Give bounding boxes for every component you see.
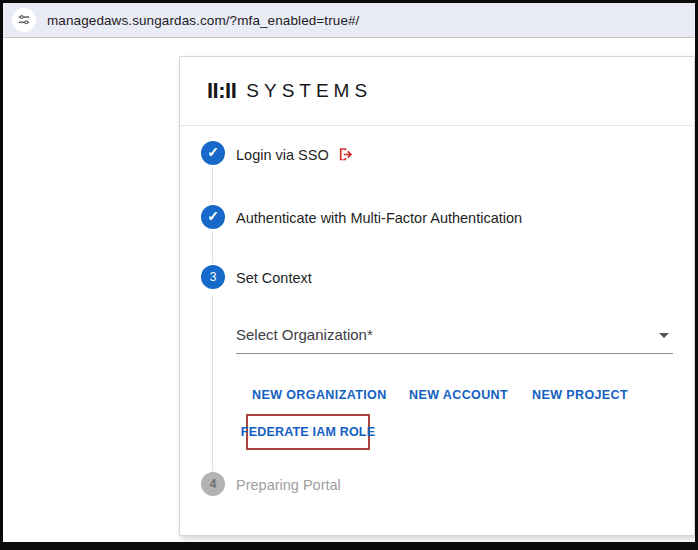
step-4-label-row: Preparing Portal — [236, 477, 341, 493]
step-connector — [212, 295, 213, 471]
brand-logo-mark: II:II — [207, 78, 236, 104]
site-settings-button[interactable] — [12, 8, 36, 32]
login-flow-card: II:II SYSTEMS ✓ Login via SSO ✓ Authenti… — [179, 56, 695, 536]
step-2-circle: ✓ — [201, 205, 225, 229]
step-4-label: Preparing Portal — [236, 477, 341, 493]
check-icon: ✓ — [207, 145, 219, 159]
step-4-circle: 4 — [201, 472, 225, 496]
logout-icon[interactable] — [337, 146, 354, 163]
organization-select[interactable]: Select Organization* — [236, 319, 673, 354]
step-1-circle: ✓ — [201, 141, 225, 165]
browser-window: managedaws.sungardas.com/?mfa_enabled=tr… — [0, 0, 698, 550]
card-header: II:II SYSTEMS — [180, 57, 694, 126]
new-account-button[interactable]: NEW ACCOUNT — [409, 388, 508, 402]
tune-icon — [17, 13, 31, 27]
step-1-label: Login via SSO — [236, 147, 329, 163]
new-project-button[interactable]: NEW PROJECT — [532, 388, 628, 402]
step-3-label: Set Context — [236, 270, 312, 286]
step-1-label-row: Login via SSO — [236, 146, 354, 163]
step-3-circle: 3 — [201, 265, 225, 289]
step-3-number: 3 — [210, 270, 217, 284]
organization-select-label: Select Organization* — [236, 326, 373, 343]
step-connector — [212, 167, 213, 203]
step-2-label-row: Authenticate with Multi-Factor Authentic… — [236, 210, 522, 226]
chevron-down-icon — [659, 333, 669, 338]
step-4-number: 4 — [210, 477, 217, 491]
federate-iam-role-button[interactable]: FEDERATE IAM ROLE — [246, 414, 370, 450]
step-3-label-row: Set Context — [236, 270, 312, 286]
address-bar[interactable]: managedaws.sungardas.com/?mfa_enabled=tr… — [3, 3, 695, 38]
check-icon: ✓ — [207, 209, 219, 223]
brand-logo-text: SYSTEMS — [246, 80, 372, 102]
step-2-label: Authenticate with Multi-Factor Authentic… — [236, 210, 522, 226]
new-organization-button[interactable]: NEW ORGANIZATION — [252, 388, 387, 402]
federate-iam-role-label: FEDERATE IAM ROLE — [241, 425, 375, 439]
step-connector — [212, 231, 213, 263]
url-field[interactable]: managedaws.sungardas.com/?mfa_enabled=tr… — [47, 13, 359, 28]
